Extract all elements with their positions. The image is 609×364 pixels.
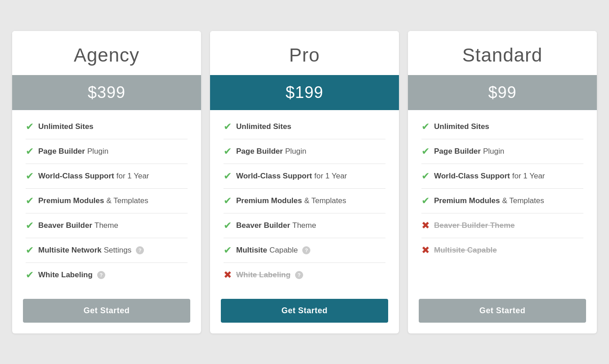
feature-text-standard-1: Page Builder Plugin bbox=[434, 147, 504, 156]
check-icon: ✔ bbox=[224, 245, 232, 255]
feature-bold-pro-3: Premium Modules bbox=[236, 196, 302, 205]
x-icon: ✖ bbox=[421, 245, 430, 255]
feature-row-standard-3: ✔Premium Modules & Templates bbox=[421, 189, 583, 213]
plan-title-pro: Pro bbox=[219, 44, 390, 66]
feature-row-standard-4: ✖Beaver Builder Theme bbox=[421, 213, 583, 238]
plan-header-pro: Pro bbox=[210, 31, 399, 75]
feature-rest-standard-3: & Templates bbox=[502, 196, 544, 205]
help-icon[interactable]: ? bbox=[295, 271, 303, 279]
feature-bold-standard-1: Page Builder bbox=[434, 147, 481, 156]
check-icon: ✔ bbox=[26, 245, 34, 255]
feature-rest-standard-1: Plugin bbox=[483, 147, 504, 156]
feature-text-agency-3: Premium Modules & Templates bbox=[38, 196, 148, 205]
feature-text-pro-3: Premium Modules & Templates bbox=[236, 196, 346, 205]
feature-text-agency-2: World-Class Support for 1 Year bbox=[38, 172, 149, 181]
feature-bold-pro-0: Unlimited Sites bbox=[236, 122, 291, 131]
feature-rest-agency-3: & Templates bbox=[106, 196, 148, 205]
feature-row-pro-6: ✖White Labeling? bbox=[224, 263, 385, 287]
feature-row-standard-2: ✔World-Class Support for 1 Year bbox=[421, 164, 583, 189]
feature-text-standard-4: Beaver Builder Theme bbox=[434, 221, 515, 230]
check-icon: ✔ bbox=[224, 196, 232, 206]
check-icon: ✔ bbox=[224, 221, 232, 231]
help-icon[interactable]: ? bbox=[136, 246, 144, 254]
feature-text-pro-2: World-Class Support for 1 Year bbox=[236, 172, 347, 181]
check-icon: ✔ bbox=[224, 171, 232, 181]
feature-row-pro-4: ✔Beaver Builder Theme bbox=[224, 213, 385, 238]
plan-footer-pro: Get Started bbox=[210, 292, 399, 333]
feature-row-pro-5: ✔Multisite Capable? bbox=[224, 238, 385, 263]
feature-rest-pro-2: for 1 Year bbox=[314, 172, 347, 181]
feature-text-pro-4: Beaver Builder Theme bbox=[236, 221, 316, 230]
feature-text-standard-2: World-Class Support for 1 Year bbox=[434, 172, 545, 181]
feature-row-standard-1: ✔Page Builder Plugin bbox=[421, 139, 583, 164]
feature-bold-standard-3: Premium Modules bbox=[434, 196, 500, 205]
plan-price-bar-pro: $199 bbox=[210, 75, 399, 110]
plan-header-agency: Agency bbox=[12, 31, 201, 75]
feature-bold-pro-6: White Labeling bbox=[236, 271, 291, 280]
help-icon[interactable]: ? bbox=[302, 246, 310, 254]
check-icon: ✔ bbox=[224, 122, 232, 132]
check-icon: ✔ bbox=[26, 221, 34, 231]
plan-title-standard: Standard bbox=[417, 44, 588, 66]
feature-text-agency-5: Multisite Network Settings bbox=[38, 246, 131, 255]
plan-title-agency: Agency bbox=[21, 44, 192, 66]
feature-rest-pro-4: Theme bbox=[292, 221, 316, 230]
feature-text-standard-3: Premium Modules & Templates bbox=[434, 196, 544, 205]
feature-row-agency-1: ✔Page Builder Plugin bbox=[26, 139, 188, 164]
feature-rest-pro-1: Plugin bbox=[285, 147, 306, 156]
pricing-table: Agency$399✔Unlimited Sites✔Page Builder … bbox=[8, 31, 601, 333]
feature-bold-agency-2: World-Class Support bbox=[38, 172, 114, 181]
plan-footer-standard: Get Started bbox=[408, 292, 597, 333]
plan-features-standard: ✔Unlimited Sites✔Page Builder Plugin✔Wor… bbox=[408, 110, 597, 292]
feature-row-agency-0: ✔Unlimited Sites bbox=[26, 115, 188, 139]
help-icon[interactable]: ? bbox=[97, 271, 105, 279]
plan-price-pro: $199 bbox=[219, 83, 390, 102]
feature-text-standard-0: Unlimited Sites bbox=[434, 122, 489, 131]
feature-text-pro-6: White Labeling bbox=[236, 271, 291, 280]
feature-row-agency-2: ✔World-Class Support for 1 Year bbox=[26, 164, 188, 189]
plan-card-pro: Pro$199✔Unlimited Sites✔Page Builder Plu… bbox=[210, 31, 399, 333]
plan-features-agency: ✔Unlimited Sites✔Page Builder Plugin✔Wor… bbox=[12, 110, 201, 292]
feature-rest-agency-5: Settings bbox=[104, 246, 131, 255]
feature-text-pro-5: Multisite Capable bbox=[236, 246, 298, 255]
feature-text-agency-1: Page Builder Plugin bbox=[38, 147, 108, 156]
feature-bold-standard-0: Unlimited Sites bbox=[434, 122, 489, 131]
feature-row-standard-0: ✔Unlimited Sites bbox=[421, 115, 583, 139]
check-icon: ✔ bbox=[421, 171, 430, 181]
feature-rest-agency-2: for 1 Year bbox=[116, 172, 149, 181]
feature-row-agency-5: ✔Multisite Network Settings? bbox=[26, 238, 188, 263]
get-started-button-agency[interactable]: Get Started bbox=[23, 299, 190, 323]
plan-card-agency: Agency$399✔Unlimited Sites✔Page Builder … bbox=[12, 31, 201, 333]
x-icon: ✖ bbox=[224, 270, 232, 280]
feature-bold-agency-0: Unlimited Sites bbox=[38, 122, 94, 131]
feature-text-standard-5: Multisite Capable bbox=[434, 246, 497, 255]
feature-row-pro-3: ✔Premium Modules & Templates bbox=[224, 189, 385, 213]
feature-bold-standard-2: World-Class Support bbox=[434, 172, 510, 181]
plan-price-bar-standard: $99 bbox=[408, 75, 597, 110]
check-icon: ✔ bbox=[26, 122, 34, 132]
plan-header-standard: Standard bbox=[408, 31, 597, 75]
feature-bold-agency-1: Page Builder bbox=[38, 147, 85, 156]
check-icon: ✔ bbox=[26, 270, 34, 280]
plan-card-standard: Standard$99✔Unlimited Sites✔Page Builder… bbox=[408, 31, 597, 333]
get-started-button-standard[interactable]: Get Started bbox=[419, 299, 586, 323]
feature-bold-pro-2: World-Class Support bbox=[236, 172, 312, 181]
feature-bold-agency-4: Beaver Builder bbox=[38, 221, 92, 230]
plan-price-agency: $399 bbox=[21, 83, 192, 102]
feature-bold-agency-3: Premium Modules bbox=[38, 196, 104, 205]
feature-bold-pro-5: Multisite bbox=[236, 246, 267, 255]
plan-price-bar-agency: $399 bbox=[12, 75, 201, 110]
feature-rest-agency-1: Plugin bbox=[87, 147, 108, 156]
feature-text-pro-0: Unlimited Sites bbox=[236, 122, 291, 131]
check-icon: ✔ bbox=[421, 146, 430, 156]
feature-row-standard-5: ✖Multisite Capable bbox=[421, 238, 583, 262]
x-icon: ✖ bbox=[421, 221, 430, 231]
plan-footer-agency: Get Started bbox=[12, 292, 201, 333]
check-icon: ✔ bbox=[26, 146, 34, 156]
check-icon: ✔ bbox=[421, 122, 430, 132]
plan-price-standard: $99 bbox=[417, 83, 588, 102]
get-started-button-pro[interactable]: Get Started bbox=[221, 299, 388, 323]
feature-row-agency-3: ✔Premium Modules & Templates bbox=[26, 189, 188, 213]
feature-row-agency-4: ✔Beaver Builder Theme bbox=[26, 213, 188, 238]
feature-bold-agency-5: Multisite Network bbox=[38, 246, 102, 255]
